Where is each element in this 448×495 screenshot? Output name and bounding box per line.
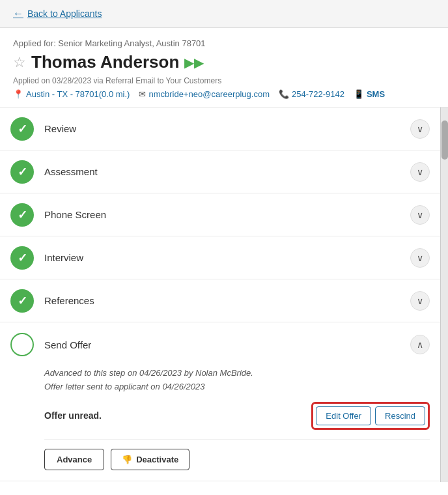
applicant-name-row: ☆ Thomas Anderson ▶▶ bbox=[13, 52, 435, 72]
step-header-review: ✓ Review ∨ bbox=[10, 117, 430, 141]
back-label: Back to Applicants bbox=[27, 8, 102, 19]
step-label-assessment: Assessment bbox=[44, 166, 400, 177]
email-contact: ✉ nmcbride+neo@careerplug.com bbox=[139, 89, 270, 99]
chevron-send-offer-button[interactable]: ∧ bbox=[410, 335, 430, 354]
phone-contact: 📞 254-722-9142 bbox=[279, 89, 344, 99]
top-nav: ← Back to Applicants bbox=[0, 0, 448, 28]
applicant-name: Thomas Anderson bbox=[31, 52, 179, 72]
check-icon-review: ✓ bbox=[18, 122, 27, 136]
location-contact: 📍 Austin - TX - 78701(0.0 mi.) bbox=[13, 89, 130, 99]
chevron-down-icon-references: ∨ bbox=[417, 296, 423, 306]
steps-panel: ✓ Review ∨ ✓ Assessment ∨ bbox=[0, 107, 440, 482]
back-arrow-icon: ← bbox=[13, 8, 23, 20]
step-row-interview: ✓ Interview ∨ bbox=[0, 236, 440, 279]
step-row-review: ✓ Review ∨ bbox=[0, 107, 440, 150]
step-circle-review: ✓ bbox=[10, 117, 34, 141]
location-text[interactable]: Austin - TX - 78701(0.0 mi.) bbox=[26, 89, 130, 99]
deactivate-button[interactable]: 👎 Deactivate bbox=[111, 449, 189, 470]
offer-actions-highlight: Edit Offer Rescind bbox=[311, 402, 430, 430]
offer-status-label: Offer unread. bbox=[44, 410, 102, 421]
thumbs-down-icon: 👎 bbox=[122, 455, 132, 464]
location-pin-icon: 📍 bbox=[13, 89, 23, 99]
email-text[interactable]: nmcbride+neo@careerplug.com bbox=[148, 89, 270, 99]
step-label-phone-screen: Phone Screen bbox=[44, 209, 400, 220]
step-row-assessment: ✓ Assessment ∨ bbox=[0, 150, 440, 193]
deactivate-label: Deactivate bbox=[136, 455, 178, 464]
scrollbar-track bbox=[440, 107, 448, 482]
step-header-phone-screen: ✓ Phone Screen ∨ bbox=[10, 203, 430, 227]
step-circle-interview: ✓ bbox=[10, 246, 34, 270]
sms-label[interactable]: SMS bbox=[367, 89, 385, 99]
step-row-references: ✓ References ∨ bbox=[0, 279, 440, 322]
check-icon-phone-screen: ✓ bbox=[18, 208, 27, 222]
step-circle-references: ✓ bbox=[10, 289, 34, 313]
chevron-review-button[interactable]: ∨ bbox=[410, 119, 430, 139]
step-header-interview: ✓ Interview ∨ bbox=[10, 246, 430, 270]
main-content: ✓ Review ∨ ✓ Assessment ∨ bbox=[0, 107, 448, 482]
chevron-references-button[interactable]: ∨ bbox=[410, 291, 430, 311]
step-label-review: Review bbox=[44, 123, 400, 134]
step-header-assessment: ✓ Assessment ∨ bbox=[10, 160, 430, 184]
check-icon-assessment: ✓ bbox=[18, 165, 27, 179]
mobile-icon: 📱 bbox=[354, 89, 364, 99]
back-to-applicants-link[interactable]: ← Back to Applicants bbox=[13, 8, 102, 20]
check-icon-references: ✓ bbox=[18, 294, 27, 308]
chevron-interview-button[interactable]: ∨ bbox=[410, 248, 430, 268]
check-icon-interview: ✓ bbox=[18, 251, 27, 265]
chevron-up-icon-send-offer: ∧ bbox=[417, 339, 423, 350]
edit-offer-button[interactable]: Edit Offer bbox=[316, 406, 371, 425]
step-label-references: References bbox=[44, 295, 400, 306]
step-header-send-offer: Send Offer ∧ bbox=[10, 333, 430, 356]
advanced-text-line2: Offer letter sent to applicant on 04/26/… bbox=[44, 382, 204, 391]
chevron-down-icon-assessment: ∨ bbox=[417, 167, 423, 177]
step-circle-phone-screen: ✓ bbox=[10, 203, 34, 227]
step-row-send-offer: Send Offer ∧ Advanced to this step on 04… bbox=[0, 322, 440, 481]
contact-row: 📍 Austin - TX - 78701(0.0 mi.) ✉ nmcbrid… bbox=[13, 89, 435, 99]
step-label-interview: Interview bbox=[44, 252, 400, 263]
bottom-actions: Advance 👎 Deactivate bbox=[44, 439, 430, 470]
send-offer-expanded-content: Advanced to this step on 04/26/2023 by N… bbox=[10, 367, 430, 481]
step-row-phone-screen: ✓ Phone Screen ∨ bbox=[0, 193, 440, 236]
advanced-text-line1: Advanced to this step on 04/26/2023 by N… bbox=[44, 368, 253, 378]
applied-on-text: Applied on 03/28/2023 via Referral Email… bbox=[13, 76, 435, 85]
advance-button[interactable]: Advance bbox=[44, 449, 104, 470]
step-label-send-offer: Send Offer bbox=[44, 339, 400, 350]
step-header-references: ✓ References ∨ bbox=[10, 289, 430, 313]
step-circle-assessment: ✓ bbox=[10, 160, 34, 184]
chevron-assessment-button[interactable]: ∨ bbox=[410, 162, 430, 182]
phone-icon: 📞 bbox=[279, 89, 289, 99]
chevron-down-icon-review: ∨ bbox=[417, 124, 423, 134]
sms-contact: 📱 SMS bbox=[354, 89, 385, 99]
chevron-down-icon-phone-screen: ∨ bbox=[417, 210, 423, 220]
applied-for-label: Applied for: Senior Marketing Analyst, A… bbox=[13, 38, 435, 48]
envelope-icon: ✉ bbox=[139, 89, 146, 99]
phone-text[interactable]: 254-722-9142 bbox=[292, 89, 344, 99]
step-circle-send-offer bbox=[10, 333, 34, 356]
chevron-down-icon-interview: ∨ bbox=[417, 253, 423, 263]
offer-status-row: Offer unread. Edit Offer Rescind bbox=[44, 402, 430, 430]
scrollbar-thumb[interactable] bbox=[441, 120, 448, 160]
favorite-star-icon[interactable]: ☆ bbox=[13, 54, 26, 71]
chevron-phone-screen-button[interactable]: ∨ bbox=[410, 205, 430, 225]
forward-arrows-icon: ▶▶ bbox=[184, 55, 204, 70]
rescind-button[interactable]: Rescind bbox=[375, 406, 425, 425]
applicant-header: Applied for: Senior Marketing Analyst, A… bbox=[0, 28, 448, 107]
advanced-text: Advanced to this step on 04/26/2023 by N… bbox=[44, 367, 430, 394]
